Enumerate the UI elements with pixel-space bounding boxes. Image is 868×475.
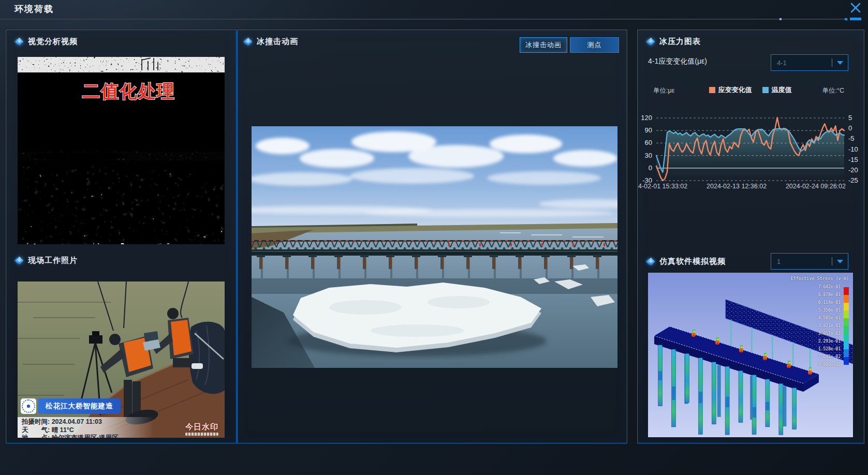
- ice-impact-animation-button-label: 冰撞击动画: [525, 40, 562, 50]
- left-axis-tick: 30: [621, 152, 652, 159]
- site-work-photo: 松花江大桥智能建造 拍摄时间: 2024.04.07 11:03天 气: 晴 1…: [18, 281, 225, 438]
- simulation-section-title: 仿真软件模拟视频: [659, 257, 726, 266]
- dropdown-separator: [832, 58, 832, 67]
- fea-simulation-frame: Effective Stress (v-m) 7.642e-016.878e-0…: [648, 273, 853, 437]
- chevron-down-icon: [837, 61, 843, 65]
- ice-impact-animation-button[interactable]: 冰撞击动画: [520, 37, 567, 53]
- temperature-legend-swatch: [762, 87, 769, 93]
- right-axis-tick: -5: [848, 135, 855, 142]
- diamond-icon: [647, 38, 655, 46]
- chart-right-axis: 50-5-10-15-20-25: [847, 118, 864, 181]
- legend-item-strain: 应变变化值: [709, 85, 752, 95]
- ice-pressure-panel: 冰压力图表 4-1应变变化值(με) 4-1 单位:με 应变变化值 温度值 单…: [637, 29, 864, 443]
- fea-legend-value: 7.642e-02: [818, 354, 841, 359]
- x-axis-label-start: 4-02-01 15:33:02: [638, 183, 687, 190]
- binarized-video-frame: 二值化处理: [18, 57, 225, 244]
- environment-load-window: 环境荷载 视觉分析视频: [0, 0, 868, 475]
- fea-legend-value: 6.114e-01: [818, 300, 841, 305]
- right-axis-tick: 0: [848, 124, 852, 132]
- strain-selector-label: 4-1应变变化值(με): [648, 57, 707, 66]
- visual-analysis-panel: 视觉分析视频: [6, 29, 237, 443]
- ice-pressure-chart: [656, 118, 844, 181]
- fea-legend-value: 2.293e-01: [818, 339, 841, 344]
- ice-animation-frame: [252, 126, 617, 368]
- x-axis-label-mid: 2024-02-13 12:36:02: [707, 183, 767, 190]
- fea-legend-value: 7.642e-01: [818, 285, 841, 289]
- diamond-icon: [16, 257, 24, 265]
- strain-legend-swatch: [709, 87, 715, 93]
- bridge-ice-render: [252, 126, 617, 368]
- x-axis-label-end: 2024-02-24 09:26:02: [786, 183, 846, 190]
- fea-legend-value: 0.000e+00: [818, 362, 841, 367]
- right-unit-label: 单位:°C: [822, 86, 845, 95]
- chart-legend: 应变变化值 温度值: [656, 85, 844, 95]
- diamond-icon: [244, 38, 253, 46]
- fea-legend-value: 4.585e-01: [818, 316, 841, 320]
- fea-legend-value: 1.528e-01: [818, 347, 841, 351]
- binarized-ice-image: 二值化处理: [18, 57, 225, 244]
- photo-section-title: 现场工作照片: [28, 256, 78, 265]
- left-axis-tick: 120: [621, 114, 652, 122]
- fea-stress-legend: Effective Stress (v-m) 7.642e-016.878e-0…: [771, 276, 850, 374]
- fea-color-bar: [844, 287, 849, 365]
- divider-accent-bar: [850, 18, 861, 20]
- video-section-title: 视觉分析视频: [28, 37, 78, 47]
- fea-legend-title: Effective Stress (v-m): [771, 276, 850, 281]
- strain-point-select[interactable]: 4-1: [771, 54, 848, 71]
- chart-x-axis: 4-02-01 15:33:02 2024-02-13 12:36:02 202…: [638, 183, 846, 190]
- measure-point-button-label: 测点: [587, 40, 602, 50]
- divider-accent-small: [845, 18, 847, 20]
- diamond-icon: [647, 258, 655, 266]
- close-icon[interactable]: [849, 2, 862, 14]
- tarp-bag: [189, 322, 225, 394]
- fea-legend-value: 6.878e-01: [818, 292, 841, 297]
- strain-legend-label: 应变变化值: [718, 85, 752, 95]
- right-axis-tick: -25: [848, 176, 858, 184]
- ice-pressure-chart-title: 冰压力图表: [659, 37, 701, 47]
- divider-dot: [779, 18, 782, 20]
- fea-legend-value: 3.821e-01: [818, 323, 841, 328]
- dropdown-separator: [832, 257, 832, 265]
- left-axis-tick: 0: [621, 164, 652, 172]
- strain-point-select-value: 4-1: [771, 59, 832, 67]
- right-axis-tick: 5: [848, 114, 852, 122]
- temperature-legend-label: 温度值: [772, 85, 792, 95]
- chart-left-axis: 1209060300-30: [638, 118, 653, 181]
- right-axis-tick: -10: [848, 145, 858, 153]
- binarization-overlay-text: 二值化处理: [82, 81, 175, 101]
- left-axis-tick: 90: [621, 126, 652, 134]
- title-divider: [0, 19, 846, 20]
- chevron-down-icon: [837, 260, 843, 263]
- page-title: 环境荷载: [14, 3, 54, 15]
- fea-legend-scale: 7.642e-016.878e-016.114e-015.350e-014.58…: [771, 285, 850, 374]
- left-axis-tick: 60: [621, 139, 652, 146]
- ice-impact-title: 冰撞击动画: [257, 37, 298, 47]
- fea-legend-value: 5.350e-01: [818, 308, 841, 313]
- right-axis-tick: -20: [848, 166, 858, 174]
- simulation-select[interactable]: 1: [771, 253, 848, 270]
- simulation-select-value: 1: [771, 258, 832, 265]
- right-axis-tick: -15: [848, 156, 858, 164]
- legend-item-temperature: 温度值: [762, 85, 792, 95]
- site-photo-image: [18, 281, 225, 438]
- measure-point-button[interactable]: 测点: [570, 37, 619, 53]
- ice-impact-panel: 冰撞击动画 冰撞击动画 测点: [237, 29, 627, 443]
- diamond-icon: [16, 38, 24, 46]
- fea-legend-value: 3.057e-01: [818, 331, 841, 336]
